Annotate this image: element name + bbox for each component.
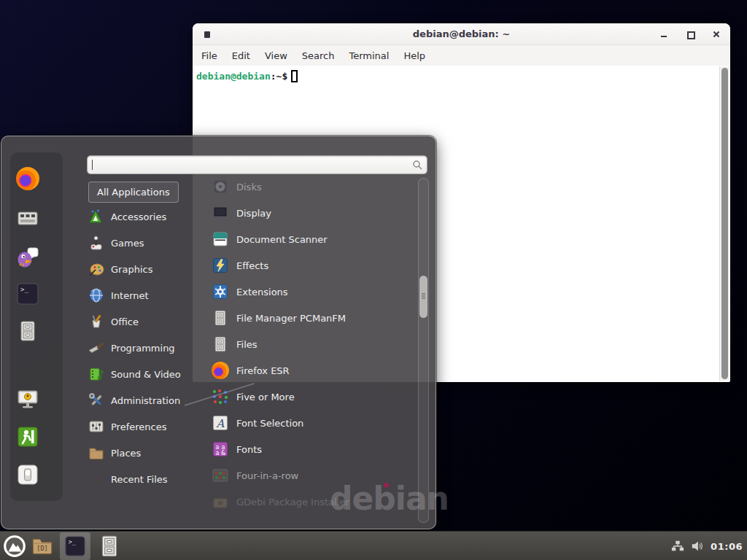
menu-scrollbar[interactable] bbox=[418, 178, 429, 523]
application-menu: >_ bbox=[1, 136, 436, 529]
category-preferences[interactable]: Preferences bbox=[88, 413, 212, 440]
search-input[interactable] bbox=[87, 155, 427, 174]
scrollbar-grip-icon bbox=[422, 293, 425, 295]
menu-terminal[interactable]: Terminal bbox=[341, 47, 396, 64]
terminal-scrollbar-thumb[interactable] bbox=[721, 68, 728, 379]
sidebar-file-manager-button[interactable] bbox=[16, 319, 39, 343]
volume-icon[interactable] bbox=[691, 540, 704, 553]
network-icon[interactable] bbox=[671, 540, 684, 553]
watermark-text: debian bbox=[330, 480, 449, 517]
terminal-titlebar[interactable]: debian@debian: ~ bbox=[193, 23, 730, 45]
svg-text:[D]: [D] bbox=[36, 545, 47, 552]
category-all-applications[interactable]: All Applications bbox=[88, 182, 179, 203]
sidebar-keyboard-button[interactable] bbox=[16, 206, 39, 230]
category-label: Office bbox=[111, 316, 139, 327]
menu-search[interactable]: Search bbox=[295, 47, 342, 64]
sidebar-shutdown-button[interactable] bbox=[16, 463, 39, 486]
administration-icon bbox=[88, 392, 104, 408]
app-effects[interactable]: Effects bbox=[212, 252, 416, 279]
shutdown-icon bbox=[16, 463, 39, 486]
app-file-manager-pcmanfm[interactable]: File Manager PCManFM bbox=[212, 305, 416, 331]
category-recent-files[interactable]: Recent Files bbox=[88, 466, 212, 492]
application-list: Disks Display Document Scanner bbox=[212, 174, 416, 515]
maximize-icon[interactable] bbox=[685, 29, 695, 39]
category-places[interactable]: Places bbox=[88, 440, 212, 466]
prompt-suffix: :~$ bbox=[271, 71, 287, 82]
app-firefox-esr[interactable]: Firefox ESR bbox=[212, 357, 416, 384]
gdebi-icon bbox=[212, 493, 229, 510]
terminal-window-icon bbox=[204, 31, 210, 38]
games-icon bbox=[88, 235, 104, 251]
terminal-scrollbar[interactable] bbox=[719, 66, 729, 381]
file-cabinet-icon bbox=[97, 534, 122, 559]
file-cabinet-icon bbox=[212, 309, 229, 327]
menu-view[interactable]: View bbox=[258, 47, 295, 64]
display-icon bbox=[212, 204, 229, 222]
logout-icon bbox=[16, 425, 39, 448]
category-label: Internet bbox=[111, 290, 149, 301]
app-label: Five or More bbox=[236, 392, 295, 402]
category-sound-video[interactable]: Sound & Video bbox=[88, 361, 212, 387]
category-label: Programming bbox=[111, 343, 175, 354]
debian-swirl-dot bbox=[384, 483, 389, 488]
category-games[interactable]: Games bbox=[88, 230, 212, 256]
menu-search bbox=[87, 155, 427, 174]
category-label: Recent Files bbox=[111, 474, 168, 485]
category-label: Sound & Video bbox=[111, 369, 181, 380]
taskbar-menu-button[interactable] bbox=[2, 534, 27, 559]
desktop: debian debian@debian: ~ File Edit View S… bbox=[0, 0, 747, 560]
terminal-menubar: File Edit View Search Terminal Help bbox=[193, 45, 730, 66]
app-display[interactable]: Display bbox=[212, 200, 416, 226]
close-icon[interactable] bbox=[711, 29, 721, 39]
disks-icon bbox=[212, 178, 229, 195]
svg-text:>_: >_ bbox=[69, 538, 77, 545]
terminal-cursor bbox=[291, 70, 298, 82]
category-office[interactable]: Office bbox=[88, 308, 212, 335]
app-label: Files bbox=[236, 339, 258, 350]
firefox-icon bbox=[16, 167, 39, 190]
recent-files-blank-icon bbox=[88, 471, 104, 487]
menu-button-icon bbox=[2, 534, 27, 559]
category-graphics[interactable]: Graphics bbox=[88, 256, 212, 282]
internet-icon bbox=[88, 287, 104, 303]
app-document-scanner[interactable]: Document Scanner bbox=[212, 226, 416, 252]
taskbar-files-button[interactable] bbox=[97, 534, 122, 559]
taskbar-file-manager-button[interactable]: [D] bbox=[30, 534, 55, 559]
keyboard-icon bbox=[16, 206, 39, 230]
terminal-prompt: debian@debian:~$ bbox=[196, 70, 298, 82]
category-list: Accessories Games Graphics bbox=[88, 203, 212, 492]
app-font-selection[interactable]: A Font Selection bbox=[212, 410, 416, 436]
category-administration[interactable]: Administration bbox=[88, 387, 212, 413]
preferences-icon bbox=[88, 419, 104, 435]
app-files[interactable]: Files bbox=[212, 331, 416, 357]
taskbar: [D] >_ bbox=[0, 531, 747, 560]
taskbar-clock[interactable]: 01:06 bbox=[711, 541, 743, 552]
sidebar-logout-button[interactable] bbox=[16, 425, 39, 448]
menu-scrollbar-thumb[interactable] bbox=[419, 276, 427, 318]
document-scanner-icon bbox=[212, 230, 229, 248]
menu-edit[interactable]: Edit bbox=[225, 47, 258, 64]
category-internet[interactable]: Internet bbox=[88, 282, 212, 308]
app-fonts[interactable]: a a a & Fonts bbox=[212, 436, 416, 462]
menu-file[interactable]: File bbox=[194, 47, 225, 64]
taskbar-terminal-button[interactable]: >_ bbox=[60, 532, 90, 560]
sidebar-terminal-button[interactable]: >_ bbox=[16, 282, 39, 306]
sidebar-lock-screen-button[interactable] bbox=[16, 387, 39, 411]
category-label: Preferences bbox=[111, 421, 166, 432]
app-label: Disks bbox=[236, 182, 262, 192]
category-programming[interactable]: Programming bbox=[88, 335, 212, 361]
app-label: File Manager PCManFM bbox=[236, 313, 346, 324]
sidebar-firefox-button[interactable] bbox=[16, 167, 39, 190]
category-accessories[interactable]: Accessories bbox=[88, 203, 212, 230]
sidebar-pidgin-button[interactable] bbox=[16, 245, 39, 268]
lock-screen-icon bbox=[16, 387, 39, 411]
folder-icon: [D] bbox=[30, 534, 55, 559]
graphics-icon bbox=[88, 261, 104, 277]
menu-help[interactable]: Help bbox=[396, 47, 433, 64]
accessories-icon bbox=[88, 209, 104, 225]
category-label: Places bbox=[111, 448, 141, 459]
minimize-icon[interactable] bbox=[659, 29, 669, 39]
app-disks[interactable]: Disks bbox=[212, 174, 416, 200]
app-extensions[interactable]: Extensions bbox=[212, 279, 416, 305]
firefox-icon bbox=[212, 362, 229, 379]
